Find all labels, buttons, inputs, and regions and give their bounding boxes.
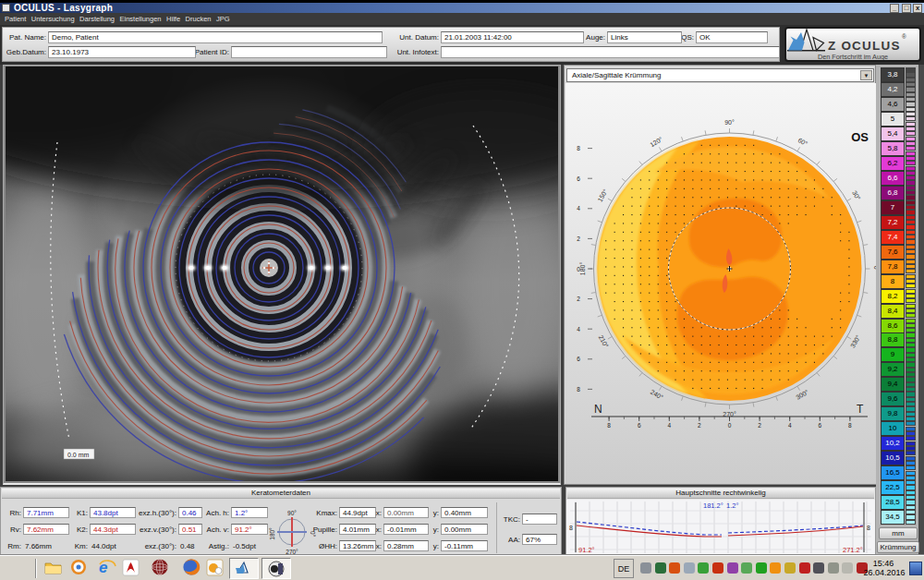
svg-text:180°: 180° [269, 527, 275, 540]
svg-text:270°: 270° [286, 549, 298, 555]
svg-text:2: 2 [577, 296, 580, 302]
svg-text:2: 2 [577, 236, 580, 242]
svg-text:8: 8 [569, 525, 573, 531]
svg-text:2: 2 [698, 422, 701, 429]
svg-text:4: 4 [577, 205, 580, 211]
svg-text:8: 8 [867, 525, 870, 531]
svg-text:6: 6 [818, 422, 821, 429]
svg-text:Den Fortschritt im Auge: Den Fortschritt im Auge [818, 53, 888, 61]
svg-text:1.2°: 1.2° [726, 501, 738, 510]
svg-text:90°: 90° [287, 510, 297, 516]
svg-text:8: 8 [848, 422, 852, 429]
svg-text:181.2°: 181.2° [703, 501, 723, 510]
svg-text:6: 6 [577, 356, 580, 362]
svg-text:271.2°: 271.2° [843, 546, 863, 554]
svg-text:Z OCULUS: Z OCULUS [828, 39, 901, 53]
svg-text:2: 2 [758, 422, 761, 429]
svg-text:0.0 mm: 0.0 mm [67, 452, 90, 458]
svg-text:4: 4 [667, 422, 671, 429]
svg-text:180°: 180° [579, 262, 586, 276]
svg-text:0°: 0° [310, 531, 316, 538]
svg-text:8: 8 [577, 145, 580, 151]
svg-text:T: T [857, 403, 864, 416]
svg-text:6: 6 [638, 422, 641, 429]
svg-text:OS: OS [851, 130, 869, 144]
svg-text:91.2°: 91.2° [578, 546, 595, 554]
svg-text:6: 6 [577, 175, 580, 182]
svg-text:®: ® [902, 33, 906, 40]
svg-text:0: 0 [577, 266, 580, 272]
svg-text:8: 8 [607, 422, 611, 429]
svg-text:4: 4 [577, 326, 580, 332]
svg-text:N: N [594, 403, 602, 416]
svg-text:0: 0 [728, 422, 732, 429]
svg-text:90°: 90° [724, 119, 735, 126]
svg-text:8: 8 [577, 386, 580, 393]
svg-text:4: 4 [788, 422, 792, 429]
